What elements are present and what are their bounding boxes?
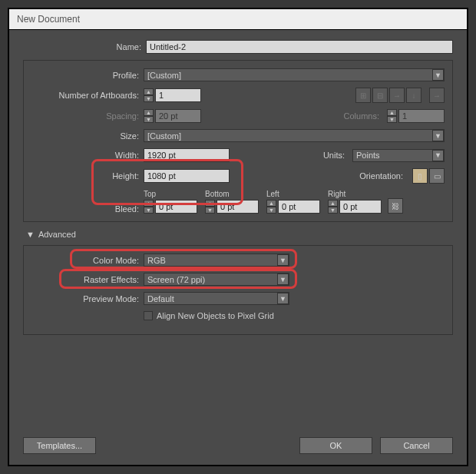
align-pixel-label: Align New Objects to Pixel Grid [157,311,274,320]
orientation-landscape[interactable]: ▭ [429,168,445,184]
columns-stepper: ▲▼ [387,109,445,123]
spacing-label: Spacing: [31,111,144,121]
units-select[interactable]: Points▼ [352,149,445,162]
height-label: Height: [31,171,144,181]
cancel-button[interactable]: Cancel [380,437,453,454]
bleed-bottom[interactable]: ▲▼ [205,200,259,214]
height-input[interactable] [144,169,230,183]
name-input[interactable] [146,40,453,54]
raster-select[interactable]: Screen (72 ppi)▼ [144,273,289,286]
colormode-select[interactable]: RGB▼ [144,254,289,267]
bleed-label: Bleed: [31,204,144,214]
colormode-label: Color Mode: [31,256,144,265]
width-label: Width: [31,151,144,160]
profile-select[interactable]: [Custom]▼ [144,68,445,81]
bleed-left[interactable]: ▲▼ [266,200,320,214]
align-pixel-checkbox[interactable] [144,311,153,320]
columns-label: Columns: [344,111,384,121]
chevron-down-icon: ▼ [277,254,289,266]
grid-icon-1: ⊞ [355,88,371,103]
grid-icon-2: ⊟ [372,88,388,103]
window-title: New Document [9,9,467,30]
name-label: Name: [23,42,146,51]
arrow-icon: → [429,88,445,103]
bleed-top[interactable]: ▲▼ [144,200,197,214]
orientation-label: Orientation: [359,171,408,181]
profile-label: Profile: [31,71,144,80]
bleed-right[interactable]: ▲▼ [328,200,382,214]
size-select[interactable]: [Custom]▼ [144,129,445,142]
ok-button[interactable]: OK [299,437,372,454]
artboards-stepper[interactable]: ▲▼ [144,88,201,102]
col-icon: ↓ [406,88,421,103]
preview-select[interactable]: Default▼ [144,292,289,305]
artboards-label: Number of Artboards: [31,91,144,100]
templates-button[interactable]: Templates... [23,437,96,454]
preview-label: Preview Mode: [31,294,144,303]
chevron-down-icon: ▼ [277,293,289,304]
units-label: Units: [323,151,349,160]
spacing-stepper: ▲▼ [144,109,201,123]
width-input[interactable] [144,148,230,162]
chevron-down-icon: ▼ [432,69,444,81]
triangle-down-icon: ▼ [26,230,35,239]
dialog-window: New Document Name: Profile: [Custom]▼ Nu… [8,8,468,466]
row-icon: → [389,88,405,103]
advanced-section-toggle[interactable]: ▼ Advanced [26,230,453,239]
chevron-down-icon: ▼ [277,273,289,285]
chevron-down-icon: ▼ [432,150,444,161]
orientation-portrait[interactable]: ▯ [412,168,428,184]
chevron-down-icon: ▼ [432,130,444,141]
link-icon[interactable]: ⛓ [388,198,403,214]
raster-label: Raster Effects: [31,275,144,284]
size-label: Size: [31,131,144,141]
